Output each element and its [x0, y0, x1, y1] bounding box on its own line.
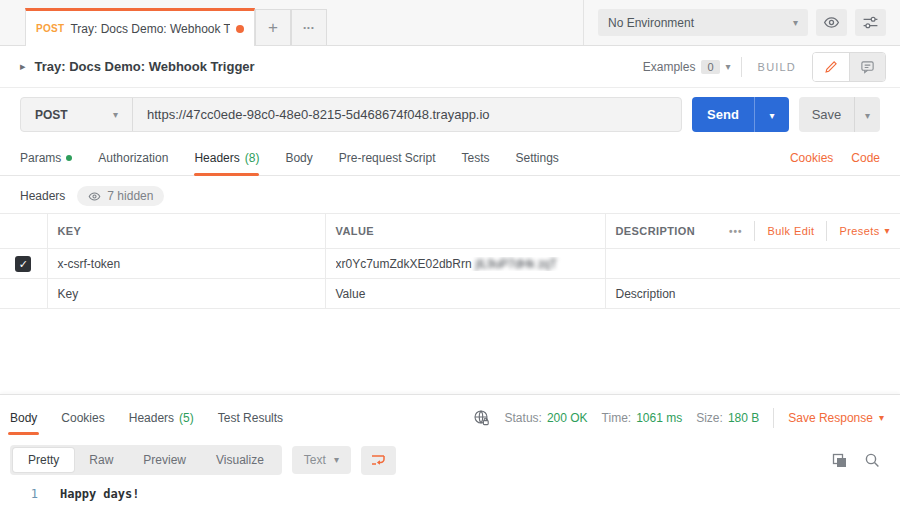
- response-body-text: Happy days!: [60, 487, 139, 501]
- save-response-dropdown[interactable]: Save Response ▾: [788, 411, 884, 425]
- copy-icon[interactable]: [831, 452, 848, 469]
- method-value: POST: [35, 108, 68, 122]
- wrap-text-button[interactable]: [361, 446, 396, 475]
- header-row-x-csrf-token: ✓ x-csrf-token xr0Yc7umZdkXE02dbRrn jIL9…: [0, 249, 900, 279]
- save-options-button[interactable]: ▾: [854, 97, 880, 132]
- response-tab-cookies[interactable]: Cookies: [61, 395, 104, 440]
- tab-pre-request-script[interactable]: Pre-request Script: [339, 141, 436, 175]
- value-column-header: VALUE: [325, 214, 605, 249]
- edit-mode-button[interactable]: [813, 53, 849, 81]
- time-value: 1061 ms: [636, 411, 682, 425]
- view-mode-visualize[interactable]: Visualize: [201, 448, 279, 472]
- divider: [754, 221, 755, 241]
- presets-label: Presets: [839, 225, 879, 237]
- response-tab-headers[interactable]: Headers (5): [129, 395, 194, 440]
- bulk-edit-link[interactable]: Bulk Edit: [767, 225, 814, 237]
- send-button[interactable]: Send: [692, 97, 754, 132]
- environment-quick-look-button[interactable]: [816, 9, 847, 36]
- divider: [826, 221, 827, 241]
- environment-area: No Environment ▾: [583, 0, 900, 45]
- tab-settings[interactable]: Settings: [516, 141, 559, 175]
- request-title: Tray: Docs Demo: Webhook Trigger: [35, 59, 255, 74]
- comment-mode-button[interactable]: [849, 53, 885, 81]
- response-tab-test-results[interactable]: Test Results: [218, 395, 283, 440]
- tab-headers[interactable]: Headers (8): [194, 141, 259, 175]
- time-badge: Time: 1061 ms: [602, 411, 683, 425]
- eye-icon: [88, 190, 101, 203]
- status-label: Status:: [505, 411, 542, 425]
- save-button[interactable]: Save: [799, 97, 854, 132]
- sliders-icon: [862, 14, 879, 31]
- unsaved-changes-dot: [236, 25, 244, 33]
- url-box: POST ▾ https://47cc0ede-98c0-48e0-8215-5…: [20, 97, 682, 132]
- examples-dropdown[interactable]: Examples 0 ▾: [643, 60, 731, 74]
- status-value: 200 OK: [547, 411, 588, 425]
- tab-tests[interactable]: Tests: [461, 141, 489, 175]
- tab-label: Headers: [129, 411, 174, 425]
- response-panel: Body Cookies Headers (5) Test Results St…: [0, 394, 900, 515]
- tab-authorization[interactable]: Authorization: [98, 141, 168, 175]
- tab-label: Settings: [516, 151, 559, 165]
- response-tabs: Body Cookies Headers (5) Test Results St…: [0, 395, 900, 440]
- code-link[interactable]: Code: [851, 151, 880, 165]
- tab-params[interactable]: Params: [20, 141, 72, 175]
- environment-selector[interactable]: No Environment ▾: [598, 9, 808, 36]
- tab-label: Tests: [461, 151, 489, 165]
- caret-right-icon[interactable]: ▸: [20, 60, 26, 73]
- method-selector[interactable]: POST ▾: [21, 98, 133, 131]
- response-body-editor[interactable]: 1 Happy days!: [0, 480, 900, 508]
- response-tab-body[interactable]: Body: [10, 395, 37, 440]
- view-mode-raw[interactable]: Raw: [74, 448, 128, 472]
- view-mode-group: Pretty Raw Preview Visualize: [10, 445, 282, 475]
- network-globe-lock-icon[interactable]: [473, 409, 491, 427]
- environment-selected: No Environment: [608, 16, 694, 30]
- request-tabs: Params Authorization Headers (8) Body Pr…: [0, 141, 900, 176]
- time-label: Time:: [602, 411, 632, 425]
- format-selected: Text: [304, 453, 326, 467]
- size-label: Size:: [696, 411, 723, 425]
- send-options-button[interactable]: ▾: [754, 97, 789, 132]
- new-header-row: Key Value Description: [0, 279, 900, 309]
- tab-label: Params: [20, 151, 61, 165]
- header-description-cell[interactable]: [605, 249, 900, 279]
- chevron-down-icon: ▾: [334, 455, 339, 465]
- tab-label: Body: [285, 151, 312, 165]
- checkbox-column-header: [0, 214, 47, 249]
- format-selector[interactable]: Text ▾: [292, 446, 351, 474]
- size-value: 180 B: [728, 411, 759, 425]
- chevron-down-icon: ▾: [113, 110, 118, 120]
- comment-icon: [860, 59, 875, 74]
- chevron-down-icon: ▾: [865, 110, 870, 121]
- table-options-button[interactable]: •••: [729, 226, 743, 237]
- view-mode-pretty[interactable]: Pretty: [13, 448, 74, 472]
- new-description-input[interactable]: Description: [605, 279, 900, 309]
- environment-settings-button[interactable]: [855, 9, 886, 36]
- request-title-row: ▸ Tray: Docs Demo: Webhook Trigger Examp…: [0, 46, 900, 88]
- divider: [741, 57, 742, 77]
- request-tab[interactable]: POST Tray: Docs Demo: Webhook Tr...: [25, 8, 255, 46]
- key-column-header: KEY: [47, 214, 325, 249]
- presets-dropdown[interactable]: Presets ▾: [839, 225, 890, 237]
- editor-mode-toggle: [812, 52, 886, 82]
- view-mode-preview[interactable]: Preview: [128, 448, 201, 472]
- new-value-input[interactable]: Value: [325, 279, 605, 309]
- headers-count-badge: (8): [245, 151, 260, 165]
- wrap-text-icon: [370, 452, 386, 468]
- tab-options-button[interactable]: •••: [291, 9, 327, 45]
- hidden-headers-pill[interactable]: 7 hidden: [77, 186, 164, 206]
- headers-table: KEY VALUE DESCRIPTION ••• Bulk Edit Pres…: [0, 213, 900, 309]
- header-enabled-checkbox[interactable]: ✓: [15, 256, 31, 272]
- search-icon[interactable]: [864, 452, 880, 468]
- new-tab-button[interactable]: +: [255, 9, 291, 45]
- header-value-cell[interactable]: xr0Yc7umZdkXE02dbRrn jIL9uP7dHk zqT: [336, 257, 595, 271]
- chevron-down-icon: ▾: [885, 226, 890, 236]
- status-badge: Status: 200 OK: [505, 411, 588, 425]
- header-key-cell[interactable]: x-csrf-token: [47, 249, 325, 279]
- new-key-input[interactable]: Key: [47, 279, 325, 309]
- cookies-link[interactable]: Cookies: [790, 151, 833, 165]
- url-input[interactable]: https://47cc0ede-98c0-48e0-8215-5d468674…: [133, 107, 504, 122]
- tab-label: Cookies: [61, 411, 104, 425]
- chevron-down-icon: ▾: [793, 18, 798, 28]
- tab-body[interactable]: Body: [285, 141, 312, 175]
- tab-method-label: POST: [36, 23, 64, 34]
